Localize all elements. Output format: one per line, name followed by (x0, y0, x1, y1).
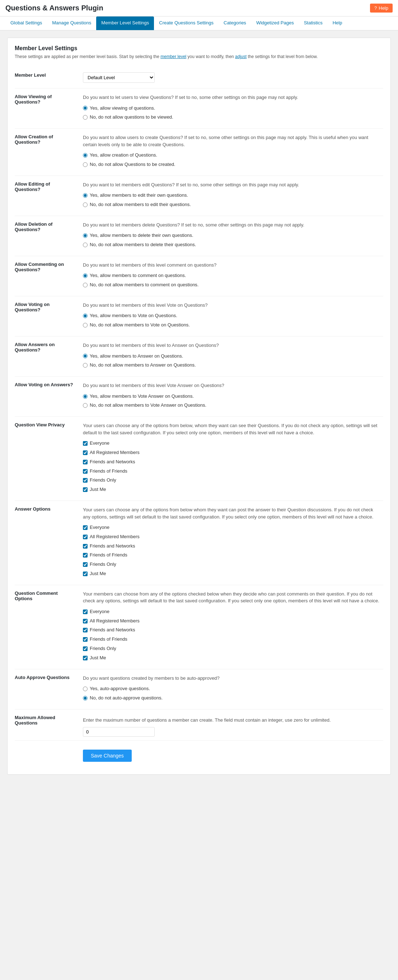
nav-tab-member-level-settings[interactable]: Member Level Settings (96, 16, 154, 30)
checkbox-input-10-4[interactable] (83, 646, 88, 651)
section-label-7: Allow Voting on Answers? (15, 377, 79, 417)
nav-tabs: Global SettingsManage QuestionsMember Le… (0, 16, 398, 30)
radio-input-6-1[interactable] (83, 363, 88, 368)
max-questions-input[interactable] (83, 727, 155, 737)
checkbox-input-9-0[interactable] (83, 525, 88, 530)
checkbox-input-8-2[interactable] (83, 460, 88, 465)
option-label-8-4: Friends Only (90, 477, 116, 484)
nav-tab-help[interactable]: Help (328, 16, 347, 30)
content-area: Member Level Settings These settings are… (0, 30, 398, 782)
option-label-9-1: All Registered Members (90, 533, 140, 541)
section-desc-6: Do you want to let members of this level… (83, 342, 380, 349)
option-10-5: Just Me (83, 654, 380, 662)
settings-row-6: Allow Answers on Questions? Do you want … (15, 336, 383, 377)
settings-row-0: Allow Viewing of Questions? Do you want … (15, 89, 383, 129)
radio-input-4-1[interactable] (83, 283, 88, 287)
section-desc-2: Do you want to let members edit Question… (83, 181, 380, 188)
option-9-4: Friends Only (83, 561, 380, 568)
checkbox-input-10-5[interactable] (83, 656, 88, 660)
option-label-9-2: Friends and Networks (90, 542, 135, 550)
option-label-5-1: No, do not allow members to Vote on Ques… (90, 321, 190, 329)
radio-input-4-0[interactable] (83, 274, 88, 278)
section-desc-8: Your users can choose any of the options… (83, 422, 380, 436)
option-label-2-0: Yes, allow members to edit their own que… (90, 192, 188, 199)
help-button[interactable]: ? Help (370, 3, 393, 13)
radio-input-2-0[interactable] (83, 193, 88, 198)
settings-row-3: Allow Deletion of Questions? Do you want… (15, 216, 383, 256)
radio-input-11-0[interactable] (83, 687, 88, 691)
radio-input-2-1[interactable] (83, 202, 88, 207)
radio-input-7-1[interactable] (83, 403, 88, 408)
option-label-10-0: Everyone (90, 608, 109, 616)
settings-row-9: Answer Options Your users can choose any… (15, 501, 383, 585)
option-1-1: No, do not allow Questions to be created… (83, 161, 380, 169)
option-label-10-5: Just Me (90, 654, 106, 662)
section-desc-0: Do you want to let users to view Questio… (83, 94, 380, 101)
radio-input-1-0[interactable] (83, 153, 88, 158)
checkbox-input-10-3[interactable] (83, 637, 88, 642)
option-label-8-3: Friends of Friends (90, 468, 128, 475)
save-changes-button[interactable]: Save Changes (83, 749, 132, 762)
checkbox-input-8-4[interactable] (83, 478, 88, 483)
radio-input-5-1[interactable] (83, 323, 88, 328)
option-label-6-1: No, do not allow members to Answer on Qu… (90, 361, 196, 369)
option-label-8-5: Just Me (90, 486, 106, 493)
radio-input-3-1[interactable] (83, 243, 88, 247)
checkbox-input-8-3[interactable] (83, 469, 88, 474)
section-label-4: Allow Commenting on Questions? (15, 256, 79, 296)
section-label-11: Auto Approve Questions (15, 669, 79, 709)
section-label-5: Allow Voting on Questions? (15, 296, 79, 336)
option-10-3: Friends of Friends (83, 636, 380, 643)
member-level-select[interactable]: Default Level (83, 72, 155, 83)
section-label-3: Allow Deletion of Questions? (15, 216, 79, 256)
checkbox-input-9-4[interactable] (83, 562, 88, 567)
option-4-0: Yes, allow members to comment on questio… (83, 272, 380, 280)
option-label-9-3: Friends of Friends (90, 552, 128, 559)
section-label-2: Allow Editing of Questions? (15, 176, 79, 216)
nav-tab-manage-questions[interactable]: Manage Questions (47, 16, 96, 30)
page-header: Questions & Answers Plugin ? Help (0, 0, 398, 16)
section-label-12: Maximum Allowed Questions (15, 709, 79, 741)
option-label-0-0: Yes, allow viewing of questions. (90, 105, 155, 112)
checkbox-input-10-0[interactable] (83, 609, 88, 614)
nav-tab-global-settings[interactable]: Global Settings (5, 16, 47, 30)
checkbox-input-10-2[interactable] (83, 628, 88, 632)
option-label-3-0: Yes, allow members to delete their own q… (90, 232, 193, 239)
option-label-1-1: No, do not allow Questions to be created… (90, 161, 175, 169)
option-7-0: Yes, allow members to Vote Answer on Que… (83, 393, 380, 400)
option-label-3-1: No, do not allow members to delete their… (90, 241, 196, 249)
section-label-0: Allow Viewing of Questions? (15, 89, 79, 129)
section-desc-10: Your members can choose from any of the … (83, 590, 380, 605)
option-8-5: Just Me (83, 486, 380, 493)
option-label-6-0: Yes, allow members to Answer on Question… (90, 353, 183, 360)
nav-tab-widgetized-pages[interactable]: Widgetized Pages (251, 16, 299, 30)
option-label-9-4: Friends Only (90, 561, 116, 568)
radio-input-1-1[interactable] (83, 162, 88, 167)
radio-input-6-0[interactable] (83, 354, 88, 358)
checkbox-input-8-0[interactable] (83, 441, 88, 446)
option-11-0: Yes, auto-approve questions. (83, 685, 380, 693)
radio-input-0-1[interactable] (83, 115, 88, 120)
radio-input-3-0[interactable] (83, 233, 88, 238)
nav-tab-create-questions-settings[interactable]: Create Questions Settings (154, 16, 219, 30)
checkbox-input-8-1[interactable] (83, 450, 88, 455)
option-9-0: Everyone (83, 524, 380, 531)
nav-tab-statistics[interactable]: Statistics (299, 16, 328, 30)
option-label-8-2: Friends and Networks (90, 458, 135, 466)
settings-form-table: Member Level Default Level Allow Viewing… (15, 67, 383, 767)
checkbox-input-10-1[interactable] (83, 619, 88, 624)
option-4-1: No, do not allow members to comment on q… (83, 281, 380, 289)
settings-row-7: Allow Voting on Answers? Do you want to … (15, 377, 383, 417)
radio-input-0-0[interactable] (83, 106, 88, 110)
checkbox-input-9-2[interactable] (83, 544, 88, 549)
nav-tab-categories[interactable]: Categories (219, 16, 251, 30)
checkbox-input-9-3[interactable] (83, 553, 88, 558)
radio-input-5-0[interactable] (83, 313, 88, 318)
checkbox-input-8-5[interactable] (83, 487, 88, 492)
section-label-9: Answer Options (15, 501, 79, 585)
checkbox-input-9-5[interactable] (83, 571, 88, 576)
option-9-1: All Registered Members (83, 533, 380, 541)
radio-input-11-1[interactable] (83, 696, 88, 700)
checkbox-input-9-1[interactable] (83, 535, 88, 539)
radio-input-7-0[interactable] (83, 394, 88, 399)
